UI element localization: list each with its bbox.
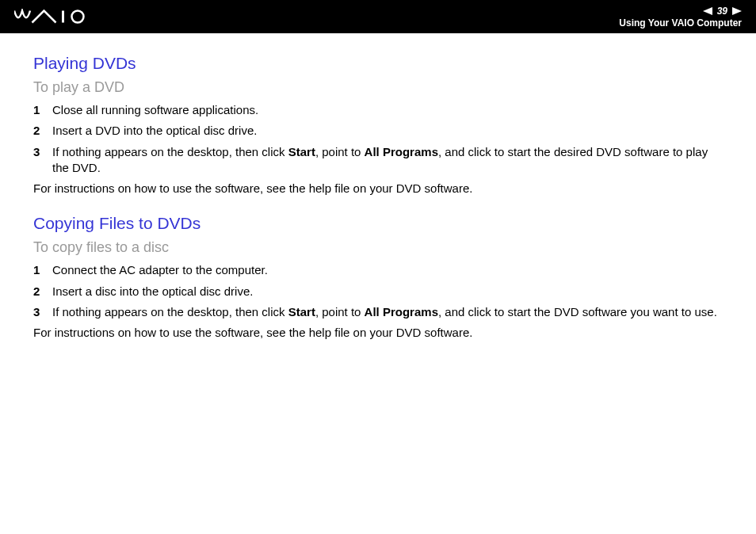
sub-heading-copy: To copy files to a disc (33, 239, 723, 256)
vaio-logo (14, 0, 101, 33)
list-item: 3 If nothing appears on the desktop, the… (33, 304, 723, 320)
step-number: 1 (33, 262, 52, 278)
step-text: Close all running software applications. (52, 102, 723, 118)
sub-heading-play: To play a DVD (33, 79, 723, 96)
svg-point-1 (72, 11, 84, 23)
list-item: 2 Insert a DVD into the optical disc dri… (33, 123, 723, 139)
step-text: Connect the AC adapter to the computer. (52, 262, 723, 278)
next-page-icon[interactable] (732, 7, 742, 15)
list-item: 1 Close all running software application… (33, 102, 723, 118)
bold-start: Start (288, 145, 315, 158)
svg-marker-3 (732, 7, 742, 15)
steps-list-play: 1 Close all running software application… (33, 102, 723, 176)
list-item: 2 Insert a disc into the optical disc dr… (33, 284, 723, 299)
step-number: 1 (33, 102, 52, 118)
page-header: 39 Using Your VAIO Computer (0, 0, 756, 33)
header-right: 39 Using Your VAIO Computer (619, 6, 742, 29)
step-text: Insert a DVD into the optical disc drive… (52, 123, 723, 139)
step-text: If nothing appears on the desktop, then … (52, 304, 723, 320)
step-number: 2 (33, 123, 52, 139)
page-content: Playing DVDs To play a DVD 1 Close all r… (0, 33, 756, 341)
page-nav: 39 (703, 6, 742, 17)
page-number: 39 (717, 6, 727, 17)
step-text: If nothing appears on the desktop, then … (52, 144, 723, 177)
section-heading-playing: Playing DVDs (33, 54, 723, 73)
step-number: 2 (33, 284, 52, 299)
list-item: 3 If nothing appears on the desktop, the… (33, 144, 723, 177)
bold-allprograms: All Programs (365, 305, 438, 318)
svg-rect-0 (62, 11, 64, 23)
step-number: 3 (33, 304, 52, 320)
steps-list-copy: 1 Connect the AC adapter to the computer… (33, 262, 723, 320)
instructions-paragraph: For instructions on how to use the softw… (33, 181, 723, 196)
svg-marker-2 (703, 7, 712, 15)
bold-start: Start (288, 305, 315, 318)
instructions-paragraph: For instructions on how to use the softw… (33, 325, 723, 341)
step-number: 3 (33, 144, 52, 160)
section-heading-copying: Copying Files to DVDs (33, 214, 723, 233)
list-item: 1 Connect the AC adapter to the computer… (33, 262, 723, 278)
prev-page-icon[interactable] (703, 7, 712, 15)
bold-allprograms: All Programs (365, 145, 438, 158)
header-subtitle: Using Your VAIO Computer (619, 17, 742, 29)
step-text: Insert a disc into the optical disc driv… (52, 284, 723, 299)
